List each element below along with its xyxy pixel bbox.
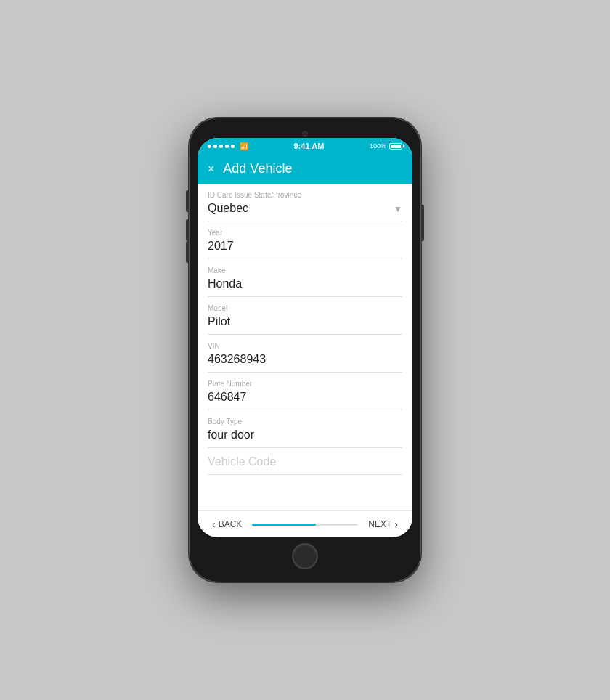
label-state-province: ID Card Issue State/Province: [208, 191, 402, 199]
value-make: Honda: [208, 277, 402, 292]
signal-dot-3: [219, 145, 223, 148]
label-make: Make: [208, 266, 402, 274]
field-year[interactable]: Year 2017: [208, 221, 402, 259]
status-right: 100%: [370, 142, 402, 150]
value-body-type: four door: [208, 428, 402, 443]
bottom-nav: ‹ BACK NEXT ›: [198, 510, 412, 537]
dropdown-state-province[interactable]: Quebec ▼: [208, 202, 402, 216]
close-button[interactable]: ×: [208, 163, 214, 176]
phone-device: 📶 9:41 AM 100% × Add Vehicle ID Card Iss…: [189, 118, 421, 582]
progress-bar: [252, 524, 358, 526]
field-state-province[interactable]: ID Card Issue State/Province Quebec ▼: [208, 184, 402, 221]
battery-icon: [389, 143, 402, 150]
chevron-right-icon: ›: [394, 518, 398, 530]
chevron-left-icon: ‹: [212, 518, 216, 530]
field-body-type[interactable]: Body Type four door: [208, 410, 402, 448]
back-label: BACK: [219, 519, 243, 529]
status-time: 9:41 AM: [294, 142, 325, 150]
signal-dot-1: [208, 145, 211, 148]
signal-dot-2: [214, 145, 217, 148]
battery-percent: 100%: [370, 142, 386, 150]
label-plate-number: Plate Number: [208, 380, 402, 388]
status-bar: 📶 9:41 AM 100%: [198, 138, 412, 154]
label-body-type: Body Type: [208, 418, 402, 426]
signal-dot-4: [225, 145, 229, 148]
next-button[interactable]: NEXT ›: [368, 518, 398, 530]
value-state-province: Quebec: [208, 202, 248, 216]
value-model: Pilot: [208, 315, 402, 330]
app-bar: × Add Vehicle: [198, 154, 412, 184]
label-year: Year: [208, 229, 402, 237]
chevron-down-icon: ▼: [394, 204, 402, 214]
wifi-icon: 📶: [240, 142, 248, 150]
home-button[interactable]: [292, 543, 318, 569]
value-year: 2017: [208, 240, 402, 254]
field-make[interactable]: Make Honda: [208, 259, 402, 297]
camera: [302, 131, 308, 137]
phone-screen: 📶 9:41 AM 100% × Add Vehicle ID Card Iss…: [198, 138, 412, 537]
placeholder-vehicle-code: Vehicle Code: [208, 455, 402, 470]
field-vehicle-code[interactable]: Vehicle Code: [208, 448, 402, 475]
form-content: ID Card Issue State/Province Quebec ▼ Ye…: [198, 184, 412, 510]
field-vin[interactable]: VIN 463268943: [208, 335, 402, 373]
next-label: NEXT: [368, 519, 391, 529]
status-left: 📶: [208, 142, 248, 150]
app-bar-title: Add Vehicle: [223, 161, 292, 176]
progress-bar-fill: [252, 524, 316, 526]
field-plate-number[interactable]: Plate Number 646847: [208, 373, 402, 410]
phone-top: [198, 126, 412, 138]
value-plate-number: 646847: [208, 391, 402, 405]
back-button[interactable]: ‹ BACK: [212, 518, 242, 530]
battery-fill: [391, 145, 401, 148]
label-vin: VIN: [208, 342, 402, 350]
value-vin: 463268943: [208, 353, 402, 367]
field-model[interactable]: Model Pilot: [208, 297, 402, 335]
signal-dot-5: [231, 145, 235, 148]
label-model: Model: [208, 304, 402, 312]
phone-bottom: [198, 537, 412, 574]
